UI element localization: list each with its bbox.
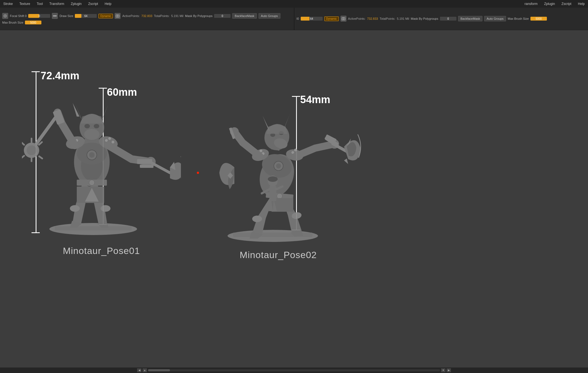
max-brush-section-right: Max Brush Size 5000 xyxy=(508,17,547,21)
active-points-value-left: 732.833 xyxy=(141,14,152,18)
focal-shift-label: Focal Shift 0 xyxy=(10,14,27,18)
io-section: I0 64 Dynamic xyxy=(297,16,339,21)
toolbar: Stroke Texture Tool Transform Zplugin Zs… xyxy=(0,0,588,30)
io-slider[interactable]: 64 xyxy=(301,17,323,21)
svg-line-43 xyxy=(22,156,24,158)
draw-size-slider[interactable]: 64 xyxy=(75,14,97,18)
svg-point-54 xyxy=(252,216,262,222)
scroll-left-arrow[interactable]: ◀ xyxy=(137,368,141,372)
svg-rect-48 xyxy=(140,165,154,168)
draw-size-value: 64 xyxy=(75,14,97,18)
total-points-label-right: TotalPoints: xyxy=(380,17,395,20)
svg-point-1 xyxy=(5,15,6,16)
svg-line-41 xyxy=(39,156,42,159)
mask-polygroups-label-right: Mask By Polygroups xyxy=(411,17,438,20)
max-brush-value-right: 5000 xyxy=(530,17,547,21)
mask-polygroups-slider-left[interactable]: 0 xyxy=(214,14,231,18)
dynamic-button-right[interactable]: Dynamic xyxy=(324,16,339,21)
scroll-thumb[interactable] xyxy=(148,369,170,371)
menu-transform[interactable]: Transform xyxy=(48,1,65,6)
max-brush-value-left: 5000 xyxy=(25,21,41,24)
menu-zscript[interactable]: Zscript xyxy=(87,1,99,6)
mask-polygroups-value-left: 0 xyxy=(214,14,231,18)
viewport[interactable]: 72.4mm 60mm xyxy=(0,30,588,373)
io-label: I0 xyxy=(297,17,299,20)
svg-rect-47 xyxy=(137,159,152,164)
draw-size-section: Draw Size 64 Dynamic xyxy=(52,13,113,19)
max-brush-section-left: Max Brush Size 5000 xyxy=(2,21,41,24)
svg-rect-8 xyxy=(343,17,343,18)
toolbar-left: Focal Shift 0 0 Draw Size 64 xyxy=(0,8,294,30)
menu-bar: Stroke Texture Tool Transform Zplugin Zs… xyxy=(0,0,588,8)
svg-point-34 xyxy=(84,129,100,140)
auto-groups-btn-right[interactable]: Auto Groups xyxy=(484,16,506,21)
max-brush-slider-right[interactable]: 5000 xyxy=(530,17,547,21)
mask-polygroups-label-left: Mask By Polygroups xyxy=(185,14,212,18)
draw-size-icon[interactable] xyxy=(52,13,58,19)
max-brush-slider-left[interactable]: 5000 xyxy=(25,21,41,24)
menu-zscript-r[interactable]: Zscript xyxy=(560,1,572,6)
active-points-value-right: 732.833 xyxy=(367,17,378,20)
bottom-scrollbar[interactable]: ◀ ▲ ▼ ▶ xyxy=(0,368,588,373)
svg-point-35 xyxy=(84,124,90,128)
menu-zplugin-r[interactable]: Zplugin xyxy=(543,1,556,6)
camera-icon-right[interactable] xyxy=(340,16,346,22)
menu-tool[interactable]: Tool xyxy=(36,1,44,6)
active-points-label-right: ActivePoints: xyxy=(348,17,366,20)
focal-shift-icon[interactable] xyxy=(2,13,8,19)
auto-groups-btn-left[interactable]: Auto Groups xyxy=(259,13,280,19)
svg-point-64 xyxy=(294,149,297,151)
backface-mask-btn-right[interactable]: BackfaceMask xyxy=(458,16,483,21)
svg-point-60 xyxy=(276,163,281,168)
scroll-right-arrow-up[interactable]: ▲ xyxy=(143,368,147,372)
focal-shift-value: 0 xyxy=(28,14,50,18)
model-left-svg xyxy=(22,69,181,239)
menu-zplugin[interactable]: Zplugin xyxy=(70,1,83,6)
svg-point-28 xyxy=(108,137,111,140)
svg-point-16 xyxy=(101,205,110,212)
io-value: 64 xyxy=(301,17,323,21)
active-points-label-left: ActivePoints: xyxy=(122,14,140,18)
dynamic-button-left[interactable]: Dynamic xyxy=(98,14,113,18)
mask-polygroups-section-right: Mask By Polygroups 0 xyxy=(411,17,456,21)
max-brush-label-right: Max Brush Size xyxy=(508,17,529,20)
menu-stroke[interactable]: Stroke xyxy=(2,1,14,6)
model-label-right: Minotaur_Pose02 xyxy=(197,250,359,260)
draw-size-label: Draw Size xyxy=(59,14,73,18)
scroll-right-arrow[interactable]: ▼ xyxy=(441,368,445,372)
points-section-left: ActivePoints: 732.833 TotalPoints: 5.191… xyxy=(122,14,183,18)
svg-rect-10 xyxy=(55,226,132,230)
svg-point-36 xyxy=(94,124,99,128)
svg-point-7 xyxy=(343,18,344,19)
menu-help[interactable]: Help xyxy=(104,1,113,6)
model-label-left: Minotaur_Pose01 xyxy=(27,245,175,256)
total-points-label-left: TotalPoints: xyxy=(154,14,170,18)
svg-point-27 xyxy=(112,141,114,143)
total-points-value-right: 5.191 Mil xyxy=(397,17,409,20)
scroll-right-arrow2[interactable]: ▶ xyxy=(447,368,451,372)
menu-texture[interactable]: Texture xyxy=(18,1,31,6)
svg-point-67 xyxy=(260,149,262,152)
svg-point-14 xyxy=(89,180,95,185)
scroll-track[interactable] xyxy=(148,369,440,371)
mask-polygroups-section-left: Mask By Polygroups 0 xyxy=(185,14,231,18)
mask-polygroups-slider-right[interactable]: 0 xyxy=(440,17,456,21)
svg-point-29 xyxy=(105,139,108,142)
svg-rect-5 xyxy=(117,15,118,15)
svg-line-44 xyxy=(22,142,24,145)
model-right-svg xyxy=(192,71,362,247)
svg-rect-2 xyxy=(53,15,57,16)
svg-line-37 xyxy=(34,117,56,147)
focal-shift-slider[interactable]: 0 xyxy=(28,14,50,18)
red-dot xyxy=(197,172,199,174)
max-brush-label-left: Max Brush Size xyxy=(2,21,23,24)
svg-point-15 xyxy=(70,205,80,212)
menu-transform-r[interactable]: ransform xyxy=(524,1,539,6)
menu-help-r[interactable]: Help xyxy=(577,1,586,6)
svg-point-4 xyxy=(117,15,118,17)
svg-point-78 xyxy=(268,176,278,182)
svg-point-45 xyxy=(27,145,36,155)
camera-icon-left[interactable] xyxy=(115,13,121,19)
svg-rect-77 xyxy=(269,186,276,201)
backface-mask-btn-left[interactable]: BackfaceMask xyxy=(232,13,257,19)
